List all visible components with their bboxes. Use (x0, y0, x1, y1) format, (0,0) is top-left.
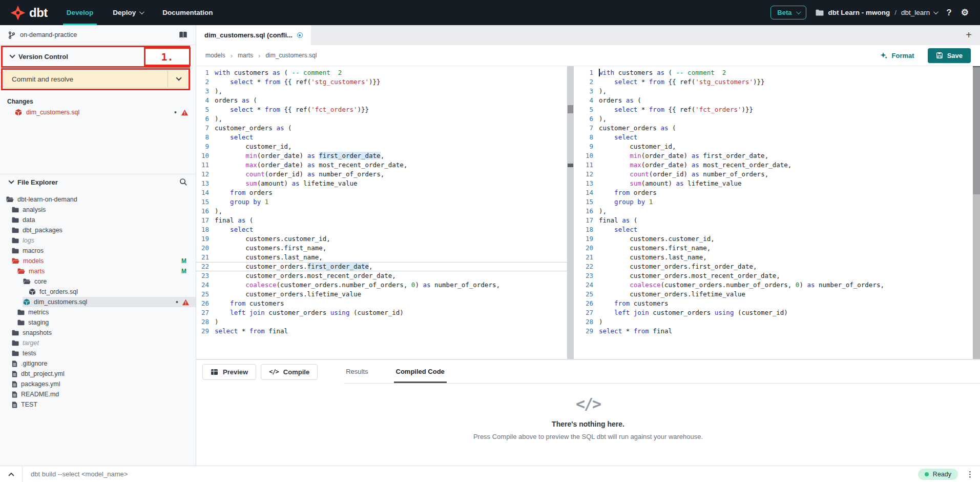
code-line[interactable]: 9 customer_id, (580, 142, 973, 151)
code-line[interactable]: 7customer_orders as ( (580, 124, 973, 133)
left-editor-scrollbar[interactable] (567, 66, 574, 359)
code-line[interactable]: 14 from orders (196, 188, 567, 197)
code-line[interactable]: 8 select (580, 133, 973, 142)
breadcrumb-marts[interactable]: marts (238, 52, 253, 59)
code-line[interactable]: 24 coalesce(customer_orders.number_of_or… (196, 280, 567, 290)
code-line[interactable]: 25 customer_orders.lifetime_value (580, 290, 973, 299)
code-line[interactable]: 26 from customers (196, 299, 567, 308)
code-line[interactable]: 19 customers.customer_id, (196, 234, 567, 244)
nav-develop[interactable]: Develop (57, 0, 103, 25)
code-line[interactable]: 12 count(order_id) as number_of_orders, (196, 170, 567, 179)
code-line[interactable]: 13 sum(amount) as lifetime_value (196, 179, 567, 188)
tree-item-core[interactable]: core (0, 276, 196, 287)
tree-item-staging[interactable]: staging (0, 317, 196, 328)
code-line[interactable]: 20 customers.first_name, (580, 244, 973, 253)
tree-item-dbt-project-yml[interactable]: dbt_project.yml (0, 369, 196, 379)
code-line[interactable]: 3), (196, 87, 567, 96)
code-line[interactable]: 10 min(order_date) as first_order_date, (196, 151, 567, 160)
nav-documentation[interactable]: Documentation (153, 0, 222, 25)
code-line[interactable]: 23 customer_orders.most_recent_order_dat… (196, 271, 567, 280)
tree-item-test[interactable]: TEST (0, 399, 196, 410)
code-line[interactable]: 2 select * from {{ ref('stg_customers')}… (196, 77, 567, 87)
code-line[interactable]: 3), (580, 87, 973, 96)
tree-item-dbt-packages[interactable]: dbt_packages (0, 225, 196, 235)
code-line[interactable]: 21 customers.last_name, (580, 253, 973, 262)
code-line[interactable]: 22 customer_orders.first_order_date, (196, 262, 567, 271)
code-line[interactable]: 1with customers as ( -- comment 2 (196, 68, 567, 77)
code-line[interactable]: 11 max(order_date) as most_recent_order_… (196, 160, 567, 170)
code-line[interactable]: 8 select (196, 133, 567, 142)
tree-item-models[interactable]: modelsM (0, 256, 196, 266)
tree-item-readme-md[interactable]: README.md (0, 389, 196, 399)
code-line[interactable]: 27 left join customer_orders using (cust… (196, 308, 567, 317)
tab-dim-customers[interactable]: dim_customers.sql (confli... (196, 25, 311, 45)
tree-item-fct-orders-sql[interactable]: fct_orders.sql (0, 287, 196, 297)
code-line[interactable]: 23 customer_orders.most_recent_order_dat… (580, 271, 973, 280)
code-line[interactable]: 27 left join customer_orders using (cust… (580, 308, 973, 317)
code-line[interactable]: 7customer_orders as ( (196, 124, 567, 133)
breadcrumb-models[interactable]: models (205, 52, 225, 59)
code-line[interactable]: 2 select * from {{ ref('stg_customers')}… (580, 77, 973, 87)
code-line[interactable]: 4orders as ( (196, 96, 567, 105)
code-line[interactable]: 18 select (580, 225, 973, 234)
tree-item-data[interactable]: data (0, 215, 196, 225)
docs-book-icon[interactable] (179, 31, 187, 38)
nav-deploy[interactable]: Deploy (103, 0, 153, 25)
code-line[interactable]: 5 select * from {{ ref('fct_orders')}} (580, 105, 973, 114)
code-pane-right[interactable]: 1with customers as ( -- comment 22 selec… (580, 66, 973, 359)
code-line[interactable]: 20 customers.first_name, (196, 244, 567, 253)
code-line[interactable]: 25 customer_orders.lifetime_value (196, 290, 567, 299)
commit-and-resolve-button[interactable]: Commit and resolve (4, 70, 187, 88)
expand-command-bar-button[interactable] (0, 466, 23, 482)
code-line[interactable]: 24 coalesce(customer_orders.number_of_or… (580, 280, 973, 290)
save-button[interactable]: Save (928, 48, 971, 63)
pane-divider[interactable] (574, 66, 580, 359)
code-line[interactable]: 6), (580, 114, 973, 124)
search-icon[interactable] (179, 178, 187, 186)
account-switcher[interactable]: dbt Learn - mwong / dbt_learn (816, 9, 937, 16)
beta-toggle[interactable]: Beta (770, 6, 806, 19)
kebab-menu-icon[interactable]: ⋮ (965, 470, 980, 479)
new-tab-button[interactable]: + (957, 29, 980, 41)
tree-item-marts[interactable]: martsM (0, 266, 196, 276)
tab-compiled-code[interactable]: Compiled Code (394, 360, 447, 383)
code-line[interactable]: 15 group by 1 (580, 197, 973, 207)
code-line[interactable]: 15 group by 1 (196, 197, 567, 207)
code-line[interactable]: 17final as ( (580, 216, 973, 225)
format-button[interactable]: Format (880, 52, 914, 59)
code-line[interactable]: 14 from orders (580, 188, 973, 197)
tree-item-target[interactable]: target (0, 338, 196, 348)
tree-item-logs[interactable]: logs (0, 235, 196, 246)
code-line[interactable]: 13 sum(amount) as lifetime_value (580, 179, 973, 188)
changed-file-dim-customers[interactable]: dim_customers.sql • (0, 107, 196, 118)
tree-item-macros[interactable]: macros (0, 246, 196, 256)
code-pane-left[interactable]: 1with customers as ( -- comment 22 selec… (196, 66, 567, 359)
command-input[interactable]: dbt build --select <model_name> (23, 470, 918, 478)
tree-item-dim-customers-sql[interactable]: dim_customers.sql• (0, 297, 196, 307)
project-selector[interactable]: dbt_learn (901, 9, 937, 16)
code-line[interactable]: 18 select (196, 225, 567, 234)
code-line[interactable]: 5 select * from {{ ref('fct_orders')}} (196, 105, 567, 114)
code-line[interactable]: 16), (196, 207, 567, 216)
code-line[interactable]: 28) (196, 317, 567, 327)
code-line[interactable]: 6), (196, 114, 567, 124)
code-line[interactable]: 21 customers.last_name, (196, 253, 567, 262)
branch-selector[interactable]: on-demand-practice (0, 25, 196, 45)
tree-item-metrics[interactable]: metrics (0, 307, 196, 317)
code-line[interactable]: 10 min(order_date) as first_order_date, (580, 151, 973, 160)
tab-results[interactable]: Results (344, 360, 370, 383)
code-line[interactable]: 4orders as ( (580, 96, 973, 105)
code-line[interactable]: 19 customers.customer_id, (580, 234, 973, 244)
code-line[interactable]: 17final as ( (196, 216, 567, 225)
code-line[interactable]: 11 max(order_date) as most_recent_order_… (580, 160, 973, 170)
tree-item-dbt-learn-on-demand[interactable]: dbt-learn-on-demand (0, 194, 196, 205)
code-line[interactable]: 22 customer_orders.first_order_date, (580, 262, 973, 271)
code-line[interactable]: 29select * from final (580, 327, 973, 336)
tree-item-tests[interactable]: tests (0, 348, 196, 358)
preview-button[interactable]: Preview (202, 364, 256, 380)
code-line[interactable]: 26 from customers (580, 299, 973, 308)
breadcrumb-file[interactable]: dim_customers.sql (265, 52, 317, 59)
code-line[interactable]: 16), (580, 207, 973, 216)
help-icon[interactable]: ? (946, 8, 951, 18)
dbt-logo[interactable]: dbt (0, 5, 57, 21)
